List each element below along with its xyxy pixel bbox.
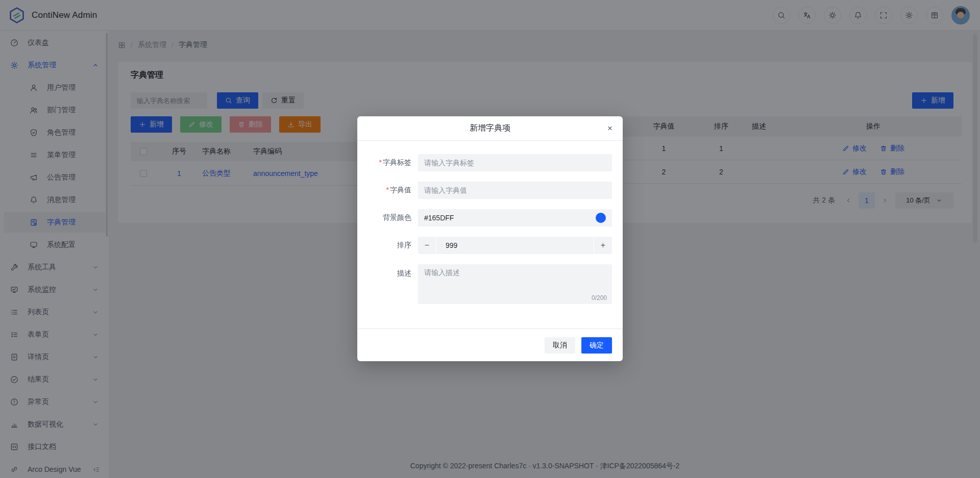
minus-stepper-button[interactable]: −: [418, 237, 436, 254]
color-swatch[interactable]: [596, 213, 606, 223]
background-color-input[interactable]: [424, 214, 592, 222]
sort-number-input[interactable]: [436, 241, 594, 249]
sort-field-row: 排序 − +: [357, 237, 612, 254]
modal-title: 新增字典项: [470, 123, 510, 134]
description-label: 描述: [397, 269, 411, 277]
add-dict-item-modal: 新增字典项 × *字典标签 *字典值 背景颜色 排序 − +: [357, 116, 623, 361]
dict-value-input[interactable]: [424, 186, 606, 194]
char-counter: 0/200: [592, 294, 607, 301]
description-field-row: 描述 0/200: [357, 264, 612, 304]
background-color-label: 背景颜色: [383, 213, 411, 221]
dict-label-field-row: *字典标签: [357, 154, 612, 171]
dict-value-label: 字典值: [390, 186, 411, 194]
sort-label: 排序: [397, 241, 411, 249]
close-icon[interactable]: ×: [607, 116, 612, 141]
modal-header: 新增字典项 ×: [357, 116, 623, 141]
cancel-button[interactable]: 取消: [545, 337, 575, 354]
plus-stepper-button[interactable]: +: [594, 237, 612, 254]
description-textarea[interactable]: [418, 264, 612, 293]
modal-footer: 取消 确定: [357, 329, 623, 361]
dict-value-field-row: *字典值: [357, 182, 612, 199]
dict-label-label: 字典标签: [383, 158, 411, 166]
dict-label-input[interactable]: [424, 159, 606, 167]
background-color-field-row: 背景颜色: [357, 209, 612, 227]
confirm-button[interactable]: 确定: [581, 337, 612, 354]
